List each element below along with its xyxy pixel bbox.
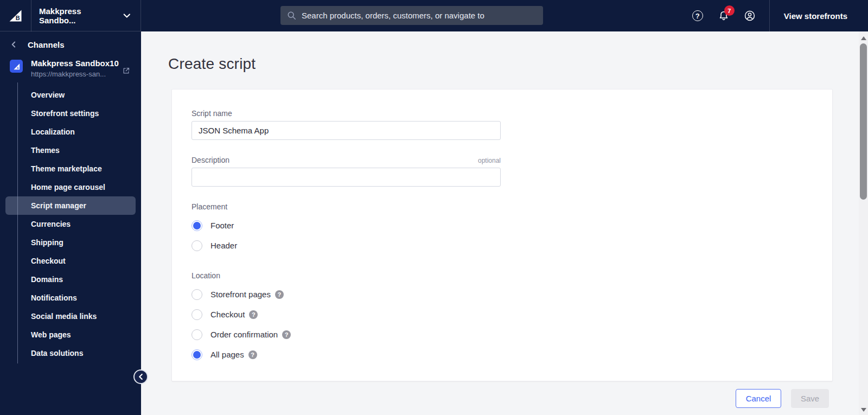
sidebar-item-label: Localization bbox=[31, 127, 75, 136]
radio-unselected-icon[interactable] bbox=[192, 329, 202, 340]
brand-area: B Makkpress Sandbo... bbox=[0, 0, 141, 31]
sidebar-item-label: Script manager bbox=[31, 201, 86, 210]
radio-option-all-pages[interactable]: All pages? bbox=[192, 344, 832, 365]
svg-text:b: b bbox=[17, 66, 19, 69]
radio-selected-icon[interactable] bbox=[192, 220, 202, 231]
radio-option-storefront-pages[interactable]: Storefront pages? bbox=[192, 284, 832, 304]
sidebar-item-label: Storefront settings bbox=[31, 109, 99, 118]
page-scrollbar[interactable] bbox=[859, 31, 868, 415]
nav-divider bbox=[769, 0, 770, 31]
radio-selected-icon[interactable] bbox=[192, 349, 202, 360]
help-icon: ? bbox=[692, 10, 703, 21]
create-script-form-card: Script name Description optional Placeme… bbox=[171, 89, 833, 381]
radio-unselected-icon[interactable] bbox=[192, 309, 202, 320]
sidebar-item-label: Overview bbox=[31, 91, 65, 99]
sidebar-item-overview[interactable]: Overview bbox=[0, 86, 141, 104]
radio-label: Footer bbox=[210, 221, 234, 230]
sidebar-item-label: Domains bbox=[31, 275, 63, 284]
sidebar-item-label: Web pages bbox=[31, 330, 71, 339]
sidebar-item-label: Data solutions bbox=[31, 349, 83, 357]
placement-group: Placement FooterHeader bbox=[192, 202, 832, 256]
help-tooltip-icon[interactable]: ? bbox=[249, 310, 258, 319]
sidebar-item-domains[interactable]: Domains bbox=[0, 270, 141, 289]
main-content: Create script Script name Description op… bbox=[141, 31, 868, 415]
help-button[interactable]: ? bbox=[692, 10, 704, 22]
sidebar-item-themes[interactable]: Themes bbox=[0, 141, 141, 159]
optional-badge: optional bbox=[478, 157, 501, 164]
radio-option-order-confirmation[interactable]: Order confirmation? bbox=[192, 324, 832, 344]
scrollbar-thumb[interactable] bbox=[860, 43, 867, 200]
store-switcher-label: Makkpress Sandbo... bbox=[39, 7, 118, 25]
notification-badge: 7 bbox=[724, 5, 735, 16]
top-nav-right: ? 7 View storefronts bbox=[685, 0, 868, 31]
top-nav: B Makkpress Sandbo... Search products, o… bbox=[0, 0, 868, 31]
view-storefronts-button[interactable]: View storefronts bbox=[784, 11, 847, 21]
help-tooltip-icon[interactable]: ? bbox=[282, 330, 291, 339]
collapse-chevron-icon bbox=[138, 373, 143, 380]
radio-option-footer[interactable]: Footer bbox=[192, 215, 832, 235]
radio-option-checkout[interactable]: Checkout? bbox=[192, 304, 832, 324]
external-link-icon[interactable] bbox=[122, 67, 130, 77]
description-field: Description optional bbox=[192, 156, 501, 187]
sidebar-store[interactable]: b Makkpress Sandbox10 https://makkpress-… bbox=[0, 55, 141, 84]
channels-label: Channels bbox=[28, 40, 65, 49]
radio-unselected-icon[interactable] bbox=[192, 289, 202, 300]
sidebar-item-script-manager[interactable]: Script manager bbox=[5, 196, 136, 215]
script-name-input[interactable] bbox=[192, 121, 501, 140]
store-meta: Makkpress Sandbox10 https://makkpress-sa… bbox=[31, 59, 132, 78]
sidebar-collapse-button[interactable] bbox=[133, 369, 148, 384]
sidebar-item-label: Theme marketplace bbox=[31, 164, 102, 173]
radio-unselected-icon[interactable] bbox=[192, 240, 202, 251]
radio-label: Checkout bbox=[210, 310, 245, 319]
sidebar-item-web-pages[interactable]: Web pages bbox=[0, 325, 141, 344]
script-name-field: Script name bbox=[192, 109, 501, 140]
svg-text:B: B bbox=[16, 15, 20, 21]
description-label: Description bbox=[192, 156, 229, 164]
sidebar-tree-line bbox=[17, 82, 18, 363]
sidebar: Channels b Makkpress Sandbox10 https://m… bbox=[0, 31, 141, 415]
sidebar-item-data-solutions[interactable]: Data solutions bbox=[0, 344, 141, 362]
cancel-button[interactable]: Cancel bbox=[736, 389, 781, 408]
store-tile-icon: b bbox=[10, 60, 23, 73]
sidebar-item-label: Themes bbox=[31, 146, 60, 155]
sidebar-back-channels[interactable]: Channels bbox=[0, 34, 141, 55]
search-icon bbox=[287, 11, 296, 20]
store-switcher[interactable]: Makkpress Sandbo... bbox=[31, 7, 141, 25]
sidebar-menu: OverviewStorefront settingsLocalizationT… bbox=[0, 86, 141, 362]
sidebar-item-theme-marketplace[interactable]: Theme marketplace bbox=[0, 159, 141, 178]
sidebar-item-label: Home page carousel bbox=[31, 183, 105, 191]
store-url: https://makkpress-san... bbox=[31, 70, 132, 78]
store-name: Makkpress Sandbox10 bbox=[31, 59, 132, 68]
scrollbar-up-arrow-icon[interactable] bbox=[861, 36, 866, 40]
chevron-down-icon bbox=[123, 12, 131, 19]
bigcommerce-logo[interactable]: B bbox=[0, 0, 31, 31]
sidebar-item-label: Notifications bbox=[31, 293, 77, 302]
sidebar-item-label: Currencies bbox=[31, 220, 71, 228]
sidebar-item-checkout[interactable]: Checkout bbox=[0, 252, 141, 270]
sidebar-item-label: Shipping bbox=[31, 238, 63, 247]
description-input[interactable] bbox=[192, 168, 501, 187]
radio-label: All pages bbox=[210, 350, 244, 359]
help-tooltip-icon[interactable]: ? bbox=[275, 290, 284, 299]
sidebar-item-home-page-carousel[interactable]: Home page carousel bbox=[0, 178, 141, 196]
sidebar-item-social-media-links[interactable]: Social media links bbox=[0, 307, 141, 325]
global-search-input[interactable]: Search products, orders, customers, or n… bbox=[280, 6, 543, 25]
scrollbar-down-arrow-icon[interactable] bbox=[861, 408, 866, 412]
sidebar-item-storefront-settings[interactable]: Storefront settings bbox=[0, 104, 141, 123]
radio-option-header[interactable]: Header bbox=[192, 235, 832, 256]
sidebar-item-localization[interactable]: Localization bbox=[0, 123, 141, 141]
sidebar-item-shipping[interactable]: Shipping bbox=[0, 233, 141, 252]
sidebar-item-notifications[interactable]: Notifications bbox=[0, 289, 141, 307]
script-name-label: Script name bbox=[192, 109, 501, 118]
chevron-left-icon bbox=[11, 41, 16, 48]
account-icon bbox=[744, 10, 756, 22]
form-actions: Cancel Save bbox=[736, 389, 829, 408]
location-group: Location Storefront pages?Checkout?Order… bbox=[192, 271, 832, 365]
account-button[interactable] bbox=[744, 10, 756, 22]
save-button[interactable]: Save bbox=[791, 389, 829, 408]
help-tooltip-icon[interactable]: ? bbox=[248, 350, 257, 359]
sidebar-item-label: Social media links bbox=[31, 312, 97, 321]
sidebar-item-label: Checkout bbox=[31, 257, 66, 265]
sidebar-item-currencies[interactable]: Currencies bbox=[0, 215, 141, 233]
notifications-button[interactable]: 7 bbox=[718, 10, 730, 22]
